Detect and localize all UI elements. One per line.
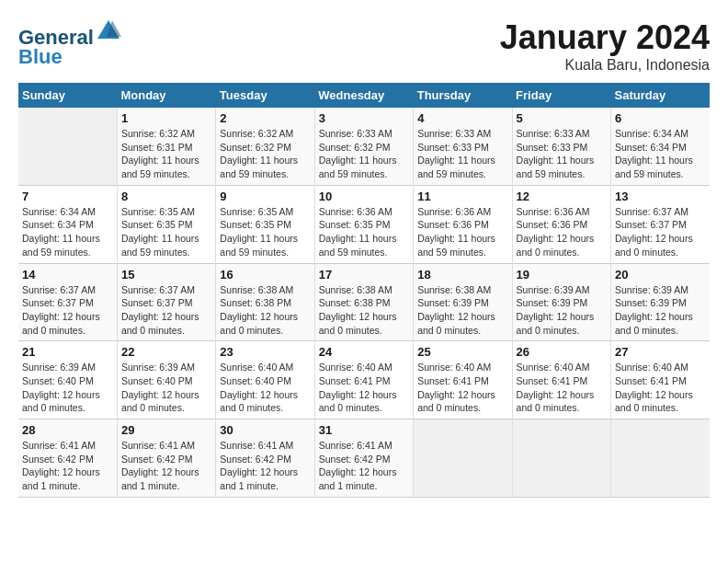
day-number: 26 [517, 345, 607, 359]
day-info: Sunrise: 6:39 AM Sunset: 6:40 PM Dayligh… [121, 361, 211, 415]
day-number: 12 [517, 190, 607, 203]
day-cell: 30Sunrise: 6:41 AM Sunset: 6:42 PM Dayli… [216, 419, 314, 498]
day-info: Sunrise: 6:33 AM Sunset: 6:33 PM Dayligh… [517, 127, 607, 181]
day-cell: 9Sunrise: 6:35 AM Sunset: 6:35 PM Daylig… [216, 185, 314, 263]
day-info: Sunrise: 6:37 AM Sunset: 6:37 PM Dayligh… [615, 205, 706, 259]
day-cell: 31Sunrise: 6:41 AM Sunset: 6:42 PM Dayli… [314, 419, 413, 498]
day-info: Sunrise: 6:41 AM Sunset: 6:42 PM Dayligh… [22, 439, 113, 493]
day-cell: 5Sunrise: 6:33 AM Sunset: 6:33 PM Daylig… [512, 108, 610, 185]
header-saturday: Saturday [611, 83, 710, 108]
header-monday: Monday [117, 83, 215, 108]
day-number: 20 [615, 268, 706, 282]
calendar-header-row: SundayMondayTuesdayWednesdayThursdayFrid… [18, 83, 710, 108]
day-number: 9 [220, 190, 310, 203]
calendar-table: SundayMondayTuesdayWednesdayThursdayFrid… [18, 83, 710, 498]
day-info: Sunrise: 6:32 AM Sunset: 6:31 PM Dayligh… [121, 127, 211, 181]
day-cell: 13Sunrise: 6:37 AM Sunset: 6:37 PM Dayli… [611, 185, 710, 263]
day-cell [512, 419, 610, 498]
day-info: Sunrise: 6:38 AM Sunset: 6:39 PM Dayligh… [417, 283, 507, 338]
logo: General Blue [18, 18, 121, 69]
day-info: Sunrise: 6:35 AM Sunset: 6:35 PM Dayligh… [220, 205, 310, 259]
day-number: 21 [22, 345, 113, 359]
day-number: 27 [615, 345, 706, 359]
day-cell: 19Sunrise: 6:39 AM Sunset: 6:39 PM Dayli… [512, 263, 610, 341]
day-number: 3 [319, 111, 409, 125]
day-cell [611, 419, 710, 498]
day-cell: 14Sunrise: 6:37 AM Sunset: 6:37 PM Dayli… [18, 263, 117, 341]
day-cell [18, 108, 117, 185]
day-number: 30 [220, 423, 310, 437]
main-title: January 2024 [500, 18, 710, 57]
day-info: Sunrise: 6:40 AM Sunset: 6:41 PM Dayligh… [319, 361, 409, 415]
title-area: January 2024 Kuala Baru, Indonesia [500, 18, 710, 74]
day-cell: 18Sunrise: 6:38 AM Sunset: 6:39 PM Dayli… [414, 263, 512, 341]
day-cell: 7Sunrise: 6:34 AM Sunset: 6:34 PM Daylig… [18, 185, 117, 263]
day-info: Sunrise: 6:41 AM Sunset: 6:42 PM Dayligh… [319, 439, 409, 493]
day-info: Sunrise: 6:33 AM Sunset: 6:32 PM Dayligh… [319, 127, 409, 181]
header-thursday: Thursday [414, 83, 512, 108]
day-number: 1 [121, 111, 211, 125]
day-info: Sunrise: 6:40 AM Sunset: 6:41 PM Dayligh… [615, 361, 706, 415]
day-number: 23 [220, 345, 310, 359]
day-number: 10 [319, 190, 409, 203]
day-number: 17 [319, 268, 409, 282]
day-info: Sunrise: 6:39 AM Sunset: 6:40 PM Dayligh… [22, 361, 113, 415]
day-cell: 28Sunrise: 6:41 AM Sunset: 6:42 PM Dayli… [18, 419, 117, 498]
day-cell: 27Sunrise: 6:40 AM Sunset: 6:41 PM Dayli… [611, 341, 710, 419]
day-cell: 21Sunrise: 6:39 AM Sunset: 6:40 PM Dayli… [18, 341, 117, 419]
header-sunday: Sunday [18, 83, 117, 108]
day-number: 8 [121, 190, 211, 203]
day-info: Sunrise: 6:33 AM Sunset: 6:33 PM Dayligh… [417, 127, 507, 181]
week-row-1: 1Sunrise: 6:32 AM Sunset: 6:31 PM Daylig… [18, 108, 710, 185]
day-cell: 24Sunrise: 6:40 AM Sunset: 6:41 PM Dayli… [314, 341, 413, 419]
day-cell: 26Sunrise: 6:40 AM Sunset: 6:41 PM Dayli… [512, 341, 610, 419]
day-number: 29 [121, 423, 211, 437]
day-number: 14 [22, 268, 113, 282]
day-number: 2 [220, 111, 310, 125]
day-cell: 11Sunrise: 6:36 AM Sunset: 6:36 PM Dayli… [414, 185, 512, 263]
subtitle: Kuala Baru, Indonesia [500, 57, 710, 74]
day-cell: 1Sunrise: 6:32 AM Sunset: 6:31 PM Daylig… [117, 108, 215, 185]
day-cell: 10Sunrise: 6:36 AM Sunset: 6:35 PM Dayli… [314, 185, 413, 263]
header-friday: Friday [512, 83, 610, 108]
day-cell: 23Sunrise: 6:40 AM Sunset: 6:40 PM Dayli… [216, 341, 314, 419]
day-info: Sunrise: 6:36 AM Sunset: 6:36 PM Dayligh… [517, 205, 607, 259]
day-number: 5 [517, 111, 607, 125]
day-number: 28 [22, 423, 113, 437]
day-cell: 6Sunrise: 6:34 AM Sunset: 6:34 PM Daylig… [611, 108, 710, 185]
logo-icon [96, 18, 121, 44]
day-cell: 29Sunrise: 6:41 AM Sunset: 6:42 PM Dayli… [117, 419, 215, 498]
day-number: 18 [417, 268, 507, 282]
day-info: Sunrise: 6:39 AM Sunset: 6:39 PM Dayligh… [615, 283, 706, 338]
week-row-4: 21Sunrise: 6:39 AM Sunset: 6:40 PM Dayli… [18, 341, 710, 419]
day-info: Sunrise: 6:32 AM Sunset: 6:32 PM Dayligh… [220, 127, 310, 181]
day-info: Sunrise: 6:36 AM Sunset: 6:36 PM Dayligh… [417, 205, 507, 259]
day-info: Sunrise: 6:36 AM Sunset: 6:35 PM Dayligh… [319, 205, 409, 259]
day-info: Sunrise: 6:38 AM Sunset: 6:38 PM Dayligh… [220, 283, 310, 338]
day-cell: 17Sunrise: 6:38 AM Sunset: 6:38 PM Dayli… [314, 263, 413, 341]
day-info: Sunrise: 6:41 AM Sunset: 6:42 PM Dayligh… [121, 439, 211, 493]
day-number: 25 [417, 345, 507, 359]
day-number: 31 [319, 423, 409, 437]
day-info: Sunrise: 6:40 AM Sunset: 6:40 PM Dayligh… [220, 361, 310, 415]
day-info: Sunrise: 6:37 AM Sunset: 6:37 PM Dayligh… [22, 283, 113, 338]
day-cell: 12Sunrise: 6:36 AM Sunset: 6:36 PM Dayli… [512, 185, 610, 263]
day-cell: 2Sunrise: 6:32 AM Sunset: 6:32 PM Daylig… [216, 108, 314, 185]
day-info: Sunrise: 6:39 AM Sunset: 6:39 PM Dayligh… [517, 283, 607, 338]
day-info: Sunrise: 6:41 AM Sunset: 6:42 PM Dayligh… [220, 439, 310, 493]
day-number: 22 [121, 345, 211, 359]
header-wednesday: Wednesday [314, 83, 413, 108]
day-number: 7 [22, 190, 113, 203]
day-info: Sunrise: 6:35 AM Sunset: 6:35 PM Dayligh… [121, 205, 211, 259]
day-info: Sunrise: 6:37 AM Sunset: 6:37 PM Dayligh… [121, 283, 211, 338]
day-cell: 25Sunrise: 6:40 AM Sunset: 6:41 PM Dayli… [414, 341, 512, 419]
day-cell: 15Sunrise: 6:37 AM Sunset: 6:37 PM Dayli… [117, 263, 215, 341]
day-number: 19 [517, 268, 607, 282]
day-number: 24 [319, 345, 409, 359]
day-cell: 22Sunrise: 6:39 AM Sunset: 6:40 PM Dayli… [117, 341, 215, 419]
day-number: 13 [615, 190, 706, 203]
day-cell: 20Sunrise: 6:39 AM Sunset: 6:39 PM Dayli… [611, 263, 710, 341]
day-info: Sunrise: 6:38 AM Sunset: 6:38 PM Dayligh… [319, 283, 409, 338]
day-info: Sunrise: 6:40 AM Sunset: 6:41 PM Dayligh… [517, 361, 607, 415]
day-number: 15 [121, 268, 211, 282]
